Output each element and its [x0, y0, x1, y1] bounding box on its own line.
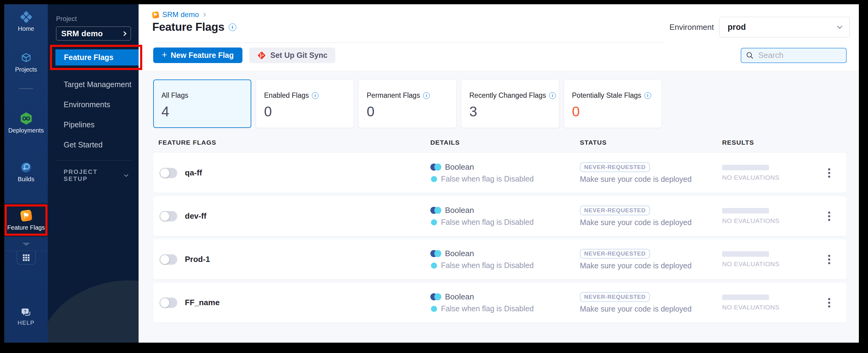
row-menu-button[interactable]: [826, 296, 832, 309]
flag-toggle[interactable]: [160, 168, 177, 178]
set-up-git-sync-button[interactable]: Set Up Git Sync: [249, 47, 336, 63]
feature-flag-row[interactable]: dev-ff Boolean False when flag is Disabl…: [153, 196, 847, 236]
nav-item-feature-flags[interactable]: Feature Flags: [56, 49, 138, 65]
variation-dot-icon: [431, 306, 437, 312]
sidebar-item-label: Deployments: [8, 127, 44, 134]
toolbar: + New Feature Flag Set Up Git Sync: [153, 47, 847, 63]
search-input[interactable]: [758, 51, 859, 60]
nav-item-pipelines[interactable]: Pipelines: [48, 115, 138, 135]
deployments-icon: [20, 112, 33, 125]
stat-card-value: 0: [264, 103, 353, 120]
breadcrumb-project-link[interactable]: SRM demo: [162, 10, 199, 19]
info-icon[interactable]: i: [645, 92, 651, 99]
flag-stat-cards: All Flags 4 Enabled Flags i 0 Permanent …: [153, 79, 847, 128]
sidebar-item-feature-flags-selected: ⚑ Feature Flags: [4, 203, 48, 237]
status-note: Make sure your code is deployed: [580, 261, 692, 270]
flag-name: FF_name: [185, 298, 220, 307]
stat-card[interactable]: Enabled Flags i 0: [256, 79, 354, 128]
feature-flag-row[interactable]: Prod-1 Boolean False when flag is Disabl…: [153, 239, 847, 279]
evaluations-bar: [722, 208, 769, 214]
sidebar-item-projects[interactable]: Projects: [4, 52, 48, 73]
collapse-chevron-icon[interactable]: [22, 243, 30, 246]
nav-item-get-started[interactable]: Get Started: [48, 135, 138, 155]
page-header: ⚑ SRM demo Feature Flags i Environment p…: [138, 4, 859, 71]
project-selector[interactable]: SRM demo: [56, 27, 131, 40]
toggle-knob: [160, 255, 169, 264]
flag-default-rule: False when flag is Disabled: [441, 174, 534, 183]
toggle-knob: [160, 168, 169, 178]
sidebar-item-home[interactable]: Home: [4, 11, 48, 32]
new-feature-flag-button[interactable]: + New Feature Flag: [153, 47, 242, 63]
info-icon[interactable]: i: [312, 92, 318, 99]
sidebar-item-label: Projects: [15, 66, 37, 73]
flag-toggle[interactable]: [160, 254, 177, 265]
flag-table-body: qa-ff Boolean False when flag is Disable…: [153, 153, 847, 323]
info-icon[interactable]: i: [549, 92, 556, 99]
flag-name: Prod-1: [185, 255, 210, 264]
module-sidebar: Home Projects Deployments: [4, 4, 48, 343]
status-badge: NEVER-REQUESTED: [580, 205, 650, 215]
flag-toggle[interactable]: [160, 297, 177, 308]
evaluations-bar: [722, 251, 769, 257]
sidebar-item-label: Builds: [18, 176, 34, 183]
info-icon[interactable]: i: [229, 24, 236, 31]
status-badge: NEVER-REQUESTED: [580, 292, 650, 302]
help-button[interactable]: ? HELP: [4, 308, 48, 326]
nav-item-environments[interactable]: Environments: [48, 94, 138, 115]
status-badge: NEVER-REQUESTED: [580, 249, 650, 259]
project-setup-toggle[interactable]: PROJECT SETUP: [64, 168, 128, 183]
flag-type: Boolean: [445, 249, 474, 258]
project-sidebar: Project SRM demo Feature Flags Target Ma…: [48, 4, 138, 343]
info-icon[interactable]: i: [423, 92, 430, 99]
flag-toggle[interactable]: [160, 211, 177, 221]
annotation-box-sidebar[interactable]: ⚑ Feature Flags: [5, 204, 48, 236]
stat-card-label: All Flags: [161, 91, 188, 100]
nav-divider: [55, 160, 131, 161]
stat-card-label: Permanent Flags: [367, 91, 420, 100]
flag-type: Boolean: [445, 205, 474, 215]
help-label: HELP: [18, 320, 35, 326]
sidebar-item-deployments[interactable]: Deployments: [4, 112, 48, 134]
project-nav-list: Target Management Environments Pipelines…: [48, 74, 138, 155]
stat-card-label: Recently Changed Flags: [469, 91, 546, 100]
boolean-type-icon: [430, 293, 441, 300]
row-menu-button[interactable]: [826, 253, 832, 266]
variation-dot-icon: [431, 262, 437, 269]
feature-flag-row[interactable]: FF_name Boolean False when flag is Disab…: [153, 283, 847, 323]
sidebar-divider: [19, 88, 33, 89]
chevron-down-icon: [837, 24, 842, 29]
stat-card-value: 0: [572, 103, 661, 120]
module-picker-button[interactable]: [17, 251, 36, 265]
feature-flag-row[interactable]: qa-ff Boolean False when flag is Disable…: [153, 153, 847, 193]
search-icon: [746, 51, 754, 60]
annotation-box-nav: Feature Flags: [50, 45, 142, 70]
builds-icon: [20, 161, 32, 173]
plus-icon: +: [162, 50, 167, 60]
sidebar-item-builds[interactable]: Builds: [4, 161, 48, 183]
stat-card[interactable]: All Flags 4: [153, 79, 251, 128]
environment-select[interactable]: prod: [719, 17, 850, 37]
stat-card[interactable]: Recently Changed Flags i 3: [461, 79, 559, 128]
stat-card[interactable]: Potentially Stale Flags i 0: [564, 79, 662, 128]
stat-card-value: 3: [469, 103, 559, 120]
evaluations-bar: [722, 294, 769, 300]
flag-default-rule: False when flag is Disabled: [441, 261, 534, 270]
flag-type: Boolean: [445, 292, 474, 301]
stat-card-value: 4: [161, 103, 251, 120]
grid-icon: [22, 254, 30, 262]
column-header-feature-flags: FEATURE FLAGS: [153, 139, 430, 146]
table-header: FEATURE FLAGS DETAILS STATUS RESULTS: [153, 139, 847, 146]
boolean-type-icon: [430, 207, 441, 214]
chevron-right-icon: [122, 31, 127, 36]
stat-card[interactable]: Permanent Flags i 0: [359, 79, 457, 128]
sidebar-item-label: Home: [18, 25, 34, 32]
row-menu-button[interactable]: [826, 210, 832, 223]
row-menu-button[interactable]: [826, 166, 832, 180]
feature-flags-icon: ⚑: [19, 208, 33, 222]
toggle-knob: [160, 212, 169, 221]
variation-dot-icon: [431, 176, 437, 182]
flag-default-rule: False when flag is Disabled: [441, 304, 534, 313]
nav-item-target-management[interactable]: Target Management: [48, 74, 138, 94]
feature-flags-module-icon: ⚑: [152, 11, 159, 19]
search-box[interactable]: [741, 48, 847, 63]
